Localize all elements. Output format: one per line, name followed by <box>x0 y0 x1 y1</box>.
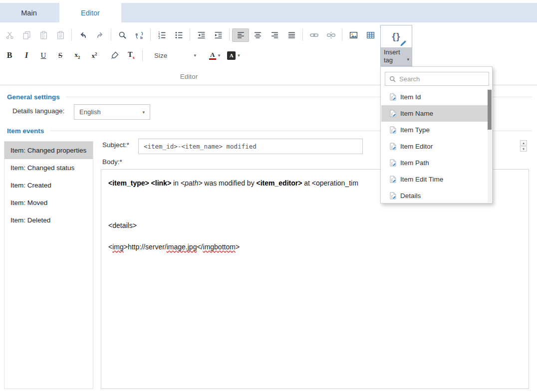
align-left-button[interactable] <box>232 28 249 42</box>
paste-button[interactable] <box>52 28 69 42</box>
tab-bar: Main Editor <box>0 3 537 22</box>
format-painter-icon <box>110 51 119 60</box>
tag-list-item[interactable]: { Item Editor <box>381 138 489 155</box>
italic-icon: I <box>25 51 28 59</box>
tag-list-item[interactable]: { Item Id <box>381 89 489 105</box>
superscript-button[interactable]: x2 <box>86 49 103 62</box>
toolbar-separator <box>71 29 72 41</box>
list-item[interactable]: Item: Changed status <box>4 159 93 177</box>
find-button[interactable] <box>114 28 131 42</box>
tag-icon: { <box>390 159 396 167</box>
ribbon-group-label: Editor <box>0 73 378 80</box>
strikethrough-button[interactable]: S <box>52 49 69 62</box>
chevron-down-icon: ▾ <box>142 110 145 115</box>
bold-button[interactable]: B <box>1 49 18 62</box>
redo-button[interactable] <box>91 28 108 42</box>
remove-format-button[interactable]: Tx <box>123 49 140 62</box>
undo-button[interactable] <box>74 28 91 42</box>
background-color-icon: A <box>227 51 236 60</box>
tag-list-item[interactable]: { Details <box>381 188 489 204</box>
section-title: Item events <box>7 127 44 135</box>
list-item[interactable]: Item: Moved <box>4 194 93 211</box>
subject-spinner: ▴ ▾ <box>520 140 527 152</box>
replace-button[interactable]: ab <box>131 28 148 42</box>
details-language-select[interactable]: English ▾ <box>74 104 150 120</box>
tab-editor[interactable]: Editor <box>59 3 121 22</box>
body-paragraph: <img>http://server/image.jpg</imgbottom> <box>108 243 522 251</box>
numbered-list-icon: 123 <box>158 31 166 39</box>
image-icon <box>349 31 358 39</box>
misspelled-word: image.jpg <box>167 243 197 251</box>
tag-icon: { <box>390 93 396 101</box>
table-button[interactable] <box>362 28 379 42</box>
chevron-down-icon: ▾ <box>407 55 409 63</box>
italic-button[interactable]: I <box>18 49 35 62</box>
indent-button[interactable] <box>210 28 227 42</box>
list-item[interactable]: Item: Created <box>4 177 93 194</box>
paste-icon <box>56 31 65 39</box>
undo-icon <box>79 31 87 39</box>
paste-text-button[interactable]: {} <box>35 28 52 42</box>
list-item[interactable]: Item: Changed properties <box>4 142 93 159</box>
tag-list-item[interactable]: { Item Name <box>381 105 489 122</box>
svg-text:3: 3 <box>158 36 160 39</box>
spinner-up-button[interactable]: ▴ <box>520 140 527 146</box>
align-left-icon <box>237 31 245 39</box>
copy-icon <box>22 31 31 39</box>
tag-list-item[interactable]: { Item Edit Time <box>381 171 489 188</box>
superscript-icon: x2 <box>92 52 97 59</box>
insert-tag-button[interactable]: {} Insert tag ▾ <box>380 25 412 66</box>
bullet-list-button[interactable] <box>170 28 187 42</box>
tag-list-item[interactable]: { Item Path <box>381 155 489 171</box>
misspelled-word: img <box>112 243 124 251</box>
toolbar-separator <box>302 29 303 41</box>
tag-icon: { <box>390 110 396 117</box>
list-item[interactable]: Item: Deleted <box>4 211 93 229</box>
tab-main[interactable]: Main <box>10 3 48 22</box>
font-color-button[interactable]: A ▾ <box>205 49 224 62</box>
font-color-icon: A <box>209 51 216 60</box>
scrollbar-thumb[interactable] <box>488 90 492 130</box>
chevron-down-icon: ▾ <box>218 53 221 58</box>
tag-list-item[interactable]: { Item Type <box>381 122 489 138</box>
tag-search-input[interactable] <box>399 75 485 83</box>
toolbar-separator <box>342 29 342 41</box>
event-list: Item: Changed properties Item: Changed s… <box>4 141 93 389</box>
indent-icon <box>214 31 223 39</box>
justify-button[interactable] <box>283 28 300 42</box>
format-painter-button[interactable] <box>106 49 123 62</box>
numbered-list-button[interactable]: 123 <box>153 28 170 42</box>
cut-button[interactable] <box>1 28 18 42</box>
body-paragraph: <details> <box>108 221 522 230</box>
pencil-icon <box>400 39 407 47</box>
background-color-button[interactable]: A ▾ <box>224 49 243 62</box>
align-right-icon <box>270 31 279 39</box>
details-language-value: English <box>79 108 101 116</box>
unlink-button[interactable] <box>322 28 339 42</box>
subject-label: Subject:* <box>102 141 129 149</box>
spinner-down-button[interactable]: ▾ <box>520 146 527 152</box>
underline-button[interactable]: U <box>35 49 52 62</box>
unlink-icon <box>327 31 335 39</box>
chevron-down-icon: ▾ <box>194 53 196 58</box>
dropdown-scrollbar[interactable] <box>488 89 492 202</box>
outdent-button[interactable] <box>193 28 210 42</box>
insert-tag-icon: {} <box>381 25 412 47</box>
bold-icon: B <box>7 51 12 59</box>
table-icon <box>366 31 375 39</box>
link-icon <box>310 31 318 39</box>
body-label: Body:* <box>102 158 122 166</box>
toolbar-separator <box>229 29 230 41</box>
image-button[interactable] <box>345 28 362 42</box>
subject-input[interactable] <box>138 139 363 154</box>
align-right-button[interactable] <box>266 28 283 42</box>
subscript-button[interactable]: x2 <box>69 49 86 62</box>
font-size-label: Size <box>154 52 167 59</box>
svg-text:b: b <box>140 35 143 39</box>
copy-button[interactable] <box>18 28 35 42</box>
font-size-dropdown[interactable]: Size ▾ <box>150 49 200 62</box>
search-icon <box>389 76 396 82</box>
toolbar-separator <box>150 29 151 41</box>
align-center-button[interactable] <box>249 28 266 42</box>
link-button[interactable] <box>305 28 322 42</box>
